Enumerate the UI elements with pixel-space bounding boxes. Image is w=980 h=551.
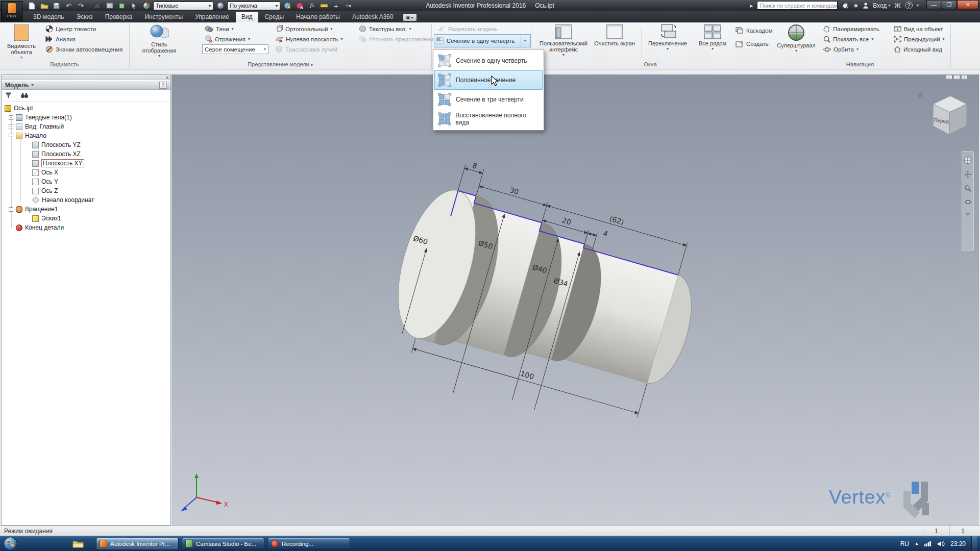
display-style-button[interactable]: Стиль отображения▾ [134,23,185,60]
slice-graphics-button[interactable]: Разрезать модель [436,24,499,34]
collapse-icon[interactable]: - [9,134,13,138]
tree-item[interactable]: +Твердые тела(1) [2,113,170,122]
save-icon[interactable] [51,1,62,10]
adjust-ball-icon[interactable] [282,1,292,10]
filter-icon[interactable] [5,92,12,98]
environment-select[interactable]: Серое помещение▾ [202,44,268,54]
new-window-button[interactable]: Создать [734,39,770,48]
add-icon[interactable]: + [331,1,341,10]
tab-4[interactable]: Управление [189,12,235,22]
graphics-viewport[interactable]: 8 30 (62) 20 4 Ø60 Ø50 Ø40 Ø34 100 X – [172,74,979,525]
panel-label-visibility[interactable]: Видимость [0,61,129,68]
select-icon[interactable] [129,1,139,10]
network-icon[interactable] [924,541,932,546]
nav-zoom-icon[interactable] [964,185,971,192]
section-menu-item-2[interactable]: Сечение в три четверти [434,90,543,109]
explorer-icon[interactable] [72,539,84,548]
collapse-icon[interactable]: - [9,207,13,212]
tab-6[interactable]: Среды [259,12,289,22]
tab-1[interactable]: Эскиз [71,12,99,22]
tree-item[interactable]: -Вращение1 [2,205,170,214]
browser-help-icon[interactable]: ? [159,82,167,89]
nav-wheel-icon[interactable] [964,156,972,164]
parameters-fx-icon[interactable]: fx [306,1,317,10]
tab-3[interactable]: Инструменты [139,12,188,22]
analysis-button[interactable]: Анализ [44,34,77,44]
tree-item[interactable]: Плоскость XZ [2,149,170,159]
object-visibility-button[interactable]: Видимость объекта▾ [2,23,41,60]
textures-button[interactable]: Текстуры вкл.▾ [357,24,413,34]
tree-item[interactable]: Ось Y [2,177,170,186]
section-view-split-button[interactable]: Сечение в одну четверть ▾ [434,34,531,47]
switch-windows-button[interactable]: Переключение▾ [644,23,691,60]
toolbar-options-icon[interactable]: ≡▾ [343,1,354,10]
application-menu-button[interactable]: PRO [1,1,22,21]
start-button[interactable] [4,537,17,550]
taskbar-app-2[interactable]: Recording... [267,538,350,550]
presets-combo[interactable]: Типовые▾ [153,2,213,10]
home-view-button[interactable]: Исходный вид [892,44,944,54]
nav-more-icon[interactable] [965,212,970,215]
section-dropdown-arrow[interactable]: ▾ [521,35,529,47]
tree-item[interactable]: Ось X [2,168,170,177]
appearance-combo[interactable]: По умолча▾ [227,2,280,10]
expand-icon[interactable]: + [9,124,13,129]
update-icon[interactable] [116,1,127,10]
orbit-button[interactable]: Орбита▾ [822,44,860,54]
tree-item[interactable]: +Вид: Главный [2,122,170,131]
tree-item[interactable]: Плоскость YZ [2,140,170,149]
tab-7[interactable]: Начало работы [290,12,346,22]
clear-ball-icon[interactable] [294,1,305,10]
volume-icon[interactable] [937,541,945,547]
tile-windows-button[interactable]: Все рядом▾ [693,23,732,60]
clock[interactable]: 23:20 [950,540,966,547]
steering-wheel-button[interactable]: Суперштурвал▾ [773,23,820,60]
browser-title-bar[interactable]: Модель▾ ? [2,80,170,90]
undo-icon[interactable]: ↶ [63,1,74,10]
image-icon[interactable] [104,1,115,10]
tab-5[interactable]: Вид [236,12,258,22]
nav-orbit-icon[interactable] [964,198,972,206]
new-file-icon[interactable] [27,1,37,10]
panel-label-navigation[interactable]: Навигация [770,61,950,68]
tab-8[interactable]: Autodesk A360 [347,12,399,22]
tab-0[interactable]: 3D-модель [28,12,70,22]
tab-2[interactable]: Проверка [100,12,138,22]
doc-restore-icon[interactable]: ▫ [953,75,960,80]
pan-button[interactable]: Панорамировать [822,24,881,34]
help-search-input[interactable]: Поиск по справке и командам. [757,1,838,10]
look-at-button[interactable]: Вид на объект [892,24,945,34]
show-desktop-button[interactable] [971,536,977,551]
ray-tracing-button[interactable]: Трассировка лучей [274,44,339,54]
help-caret-icon[interactable]: ▾ [917,3,919,8]
search-binoculars-icon[interactable] [20,92,29,98]
material-ball-icon[interactable] [215,1,226,10]
shadows-button[interactable]: Тени▾ [203,24,235,34]
tree-item[interactable]: Плоскость XY [2,159,170,168]
automate-glyphs-button[interactable]: Значки автосовмещения [44,44,124,54]
panel-label-model-view[interactable]: Представление модели ▾ [129,61,431,68]
tree-item[interactable]: Начало координат [2,195,170,205]
browser-close-icon[interactable]: ✕ [165,76,169,80]
minimize-button[interactable]: — [926,0,941,9]
tree-item[interactable]: Ось Z [2,186,170,195]
previous-view-button[interactable]: Предыдущий▾ [892,34,946,44]
panel-label-windows[interactable]: Окна [531,61,770,68]
autodesk-x-icon[interactable]: Ж [894,2,901,10]
user-interface-button[interactable]: Пользовательский интерфейс▾ [537,23,590,60]
restore-button[interactable]: ❐ [942,0,957,9]
measure-icon[interactable] [318,1,329,10]
ground-plane-button[interactable]: Нулевая плоскость▾ [274,34,345,44]
refine-appearance-button[interactable]: Уточнить представление [357,34,438,44]
tree-item[interactable]: Эскиз1 [2,214,170,223]
taskbar-app-1[interactable]: Camtasia Studio - Бе... [182,538,264,550]
doc-close-icon[interactable]: × [961,75,968,80]
tree-item[interactable]: Ось.ipt [2,104,170,113]
section-menu-item-3[interactable]: Восстановление полного вида [434,109,543,129]
satellite-icon[interactable] [842,2,849,9]
search-expand-icon[interactable]: ▸ [750,2,753,9]
appearance-wheel-icon[interactable] [141,1,152,10]
tree-item[interactable]: Конец детали [2,223,170,232]
help-icon[interactable]: ? [905,2,913,9]
doc-minimize-icon[interactable]: – [946,75,952,80]
